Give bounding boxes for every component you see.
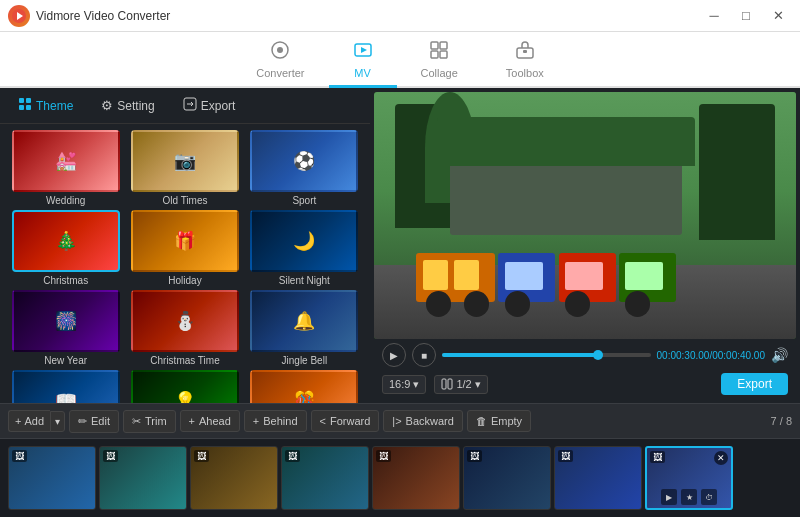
- trim-button[interactable]: ✂ Trim: [123, 410, 176, 433]
- ahead-label: Ahead: [199, 415, 231, 427]
- clip-image-icon-1: 🖼: [15, 451, 24, 461]
- theme-item-sport[interactable]: ⚽Sport: [247, 130, 362, 206]
- tab-mv[interactable]: MV: [329, 34, 397, 88]
- add-arrow-button[interactable]: ▾: [50, 411, 65, 432]
- clip-action-btn-8[interactable]: ⏱: [701, 489, 717, 505]
- svg-rect-13: [19, 105, 24, 110]
- tab-converter[interactable]: Converter: [232, 34, 328, 88]
- split-chevron: ▾: [475, 378, 481, 391]
- theme-item-jinglebell[interactable]: 🔔Jingle Bell: [247, 290, 362, 366]
- theme-item-christmaslight[interactable]: 💡Christmas Light: [127, 370, 242, 403]
- tab-toolbox[interactable]: Toolbox: [482, 34, 568, 88]
- theme-item-christmastime[interactable]: ⛄Christmas Time: [127, 290, 242, 366]
- aspect-ratio-button[interactable]: 16:9 ▾: [382, 375, 426, 394]
- progress-handle[interactable]: [593, 350, 603, 360]
- theme-item-christmas[interactable]: 🎄Christmas: [8, 210, 123, 286]
- minimize-button[interactable]: ─: [700, 6, 728, 26]
- sub-tab-export-label: Export: [201, 99, 236, 113]
- clip-image-icon-7: 🖼: [561, 451, 570, 461]
- theme-overlay-newyear: 🎆: [14, 292, 118, 350]
- sub-tab-setting[interactable]: ⚙ Setting: [93, 95, 162, 116]
- theme-item-enjoychristmas[interactable]: 🎊Enjoy Christmas: [247, 370, 362, 403]
- theme-item-wedding[interactable]: 💒Wedding: [8, 130, 123, 206]
- theme-thumb-wedding: 💒: [12, 130, 120, 192]
- timeline-clip-8[interactable]: 🖼✕▶★⏱: [645, 446, 733, 510]
- volume-icon[interactable]: 🔊: [771, 347, 788, 363]
- theme-overlay-holiday: 🎁: [133, 212, 237, 270]
- app-logo: [8, 5, 30, 27]
- theme-sub-icon: [18, 97, 32, 114]
- timeline-clip-6[interactable]: 🖼: [463, 446, 551, 510]
- edit-button[interactable]: ✏ Edit: [69, 410, 119, 433]
- theme-item-newyear[interactable]: 🎆New Year: [8, 290, 123, 366]
- svg-rect-16: [442, 379, 446, 389]
- title-bar-controls: ─ □ ✕: [700, 6, 792, 26]
- progress-fill: [442, 353, 598, 357]
- add-icon: +: [15, 415, 21, 427]
- backward-button[interactable]: |> Backward: [383, 410, 463, 432]
- sub-tabs: Theme ⚙ Setting Export: [0, 88, 370, 124]
- svg-rect-5: [431, 42, 438, 49]
- time-display: 00:00:30.00/00:00:40.00: [657, 350, 765, 361]
- clip-close-8[interactable]: ✕: [714, 451, 728, 465]
- svg-rect-10: [523, 50, 527, 53]
- theme-label-christmastime: Christmas Time: [150, 355, 219, 366]
- timeline-clip-4[interactable]: 🖼: [281, 446, 369, 510]
- preview-scene: [374, 92, 796, 339]
- clip-action-btn-8[interactable]: ★: [681, 489, 697, 505]
- theme-thumb-sport: ⚽: [250, 130, 358, 192]
- left-panel: Theme ⚙ Setting Export 💒Wedding📷Old Time…: [0, 88, 370, 403]
- right-panel: ▶ ■ 00:00:30.00/00:00:40.00 🔊 16:9 ▾ 1/2: [370, 88, 800, 403]
- timeline-clip-2[interactable]: 🖼: [99, 446, 187, 510]
- forward-button[interactable]: < Forward: [311, 410, 380, 432]
- setting-sub-icon: ⚙: [101, 98, 113, 113]
- behind-button[interactable]: + Behind: [244, 410, 307, 432]
- timeline-clip-3[interactable]: 🖼: [190, 446, 278, 510]
- theme-grid: 💒Wedding📷Old Times⚽Sport🎄Christmas🎁Holid…: [0, 124, 370, 403]
- theme-overlay-jinglebell: 🔔: [252, 292, 356, 350]
- export-button[interactable]: Export: [721, 373, 788, 395]
- theme-item-holiday[interactable]: 🎁Holiday: [127, 210, 242, 286]
- theme-overlay-silentnight: 🌙: [252, 212, 356, 270]
- playback-bar: ▶ ■ 00:00:30.00/00:00:40.00 🔊: [374, 339, 796, 371]
- svg-rect-6: [440, 42, 447, 49]
- maximize-button[interactable]: □: [732, 6, 760, 26]
- timeline-clip-1[interactable]: 🖼: [8, 446, 96, 510]
- theme-overlay-oldtimes: 📷: [133, 132, 237, 190]
- sub-tab-export[interactable]: Export: [175, 94, 244, 117]
- clip-action-btn-8[interactable]: ▶: [661, 489, 677, 505]
- theme-label-sport: Sport: [292, 195, 316, 206]
- theme-item-silentnight[interactable]: 🌙Silent Night: [247, 210, 362, 286]
- clip-overlay-3: 🖼: [194, 450, 209, 462]
- clip-image-icon-6: 🖼: [470, 451, 479, 461]
- stop-button[interactable]: ■: [412, 343, 436, 367]
- svg-rect-8: [440, 51, 447, 58]
- sub-tab-theme[interactable]: Theme: [10, 94, 81, 117]
- empty-button[interactable]: 🗑 Empty: [467, 410, 531, 432]
- title-bar-left: Vidmore Video Converter: [8, 5, 170, 27]
- split-icon: [441, 378, 453, 390]
- clip-image-icon-8: 🖼: [653, 452, 662, 462]
- theme-item-christmasstory[interactable]: 📖Christmas Story: [8, 370, 123, 403]
- sub-tab-theme-label: Theme: [36, 99, 73, 113]
- tab-collage[interactable]: Collage: [397, 34, 482, 88]
- clip-overlay-4: 🖼: [285, 450, 300, 462]
- theme-item-oldtimes[interactable]: 📷Old Times: [127, 130, 242, 206]
- progress-bar[interactable]: [442, 353, 651, 357]
- ahead-button[interactable]: + Ahead: [180, 410, 240, 432]
- split-button[interactable]: 1/2 ▾: [434, 375, 487, 394]
- add-main-button[interactable]: + Add: [8, 410, 50, 432]
- edit-label: Edit: [91, 415, 110, 427]
- svg-rect-7: [431, 51, 438, 58]
- theme-label-jinglebell: Jingle Bell: [282, 355, 328, 366]
- timeline-clip-7[interactable]: 🖼: [554, 446, 642, 510]
- add-label: Add: [24, 415, 44, 427]
- theme-overlay-wedding: 💒: [14, 132, 118, 190]
- theme-overlay-enjoychristmas: 🎊: [252, 372, 356, 403]
- close-button[interactable]: ✕: [764, 6, 792, 26]
- theme-overlay-christmasstory: 📖: [14, 372, 118, 403]
- timeline-clip-5[interactable]: 🖼: [372, 446, 460, 510]
- theme-thumb-christmastime: ⛄: [131, 290, 239, 352]
- app-title: Vidmore Video Converter: [36, 9, 170, 23]
- play-button[interactable]: ▶: [382, 343, 406, 367]
